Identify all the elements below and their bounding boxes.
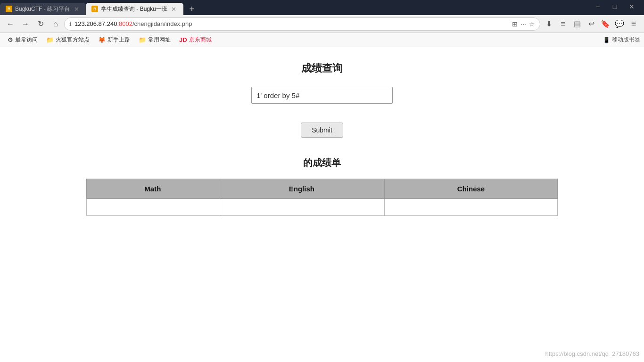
back-button[interactable]: ← bbox=[4, 17, 17, 31]
submit-button[interactable]: Submit bbox=[301, 123, 343, 138]
mobile-bookmark-icon: 📱 bbox=[603, 37, 610, 43]
menu-icon[interactable]: ≡ bbox=[627, 17, 640, 31]
tab2-favicon: B bbox=[91, 6, 98, 12]
browser-window: B BugkuCTF - 练习平台 ✕ B 学生成绩查询 - Bugku一班 ✕… bbox=[0, 0, 644, 362]
firefox-folder-icon: 📁 bbox=[46, 36, 54, 43]
result-title: 的成绩单 bbox=[303, 156, 341, 169]
tab2-label: 学生成绩查询 - Bugku一班 bbox=[101, 5, 167, 13]
refresh-button[interactable]: ↻ bbox=[34, 17, 47, 31]
grades-table: Math English Chinese bbox=[86, 179, 558, 216]
nav-actions: ⬇ ≡ ▤ ↩ 🔖 💬 ≡ bbox=[542, 17, 640, 31]
page-content: 成绩查询 Submit 的成绩单 Math English Chinese bbox=[0, 47, 644, 362]
tab-bugku-ctf[interactable]: B BugkuCTF - 练习平台 ✕ bbox=[0, 3, 86, 15]
bookmark-firefox[interactable]: 📁 火狐官方站点 bbox=[42, 34, 93, 45]
home-button[interactable]: ⌂ bbox=[49, 17, 62, 31]
back-alt-icon[interactable]: ↩ bbox=[585, 17, 598, 31]
url-port: :8002 bbox=[117, 20, 132, 27]
cell-english bbox=[219, 199, 384, 216]
tab2-close[interactable]: ✕ bbox=[170, 5, 178, 13]
close-button[interactable]: ✕ bbox=[623, 0, 640, 13]
bookmark-common-sites[interactable]: 📁 常用网址 bbox=[135, 34, 174, 45]
jd-label: 京东商城 bbox=[189, 36, 212, 44]
bookmark-most-visited[interactable]: ⚙ 最常访问 bbox=[4, 34, 41, 45]
title-bar: B BugkuCTF - 练习平台 ✕ B 学生成绩查询 - Bugku一班 ✕… bbox=[0, 0, 644, 15]
bookmark-alt-icon[interactable]: 🔖 bbox=[599, 17, 612, 31]
cell-chinese bbox=[385, 199, 558, 216]
address-text: 123.206.87.240:8002/chengjidan/index.php bbox=[74, 20, 509, 27]
star-icon[interactable]: ☆ bbox=[529, 20, 535, 28]
tab1-favicon: B bbox=[6, 6, 12, 12]
newbie-icon: 🦊 bbox=[98, 36, 106, 43]
mobile-bookmarks[interactable]: 📱 移动版书签 bbox=[603, 36, 640, 44]
tab-bar: B BugkuCTF - 练习平台 ✕ B 学生成绩查询 - Bugku一班 ✕… bbox=[0, 0, 589, 15]
cell-math bbox=[87, 199, 219, 216]
table-header-row: Math English Chinese bbox=[87, 179, 558, 199]
maximize-button[interactable]: □ bbox=[606, 0, 623, 13]
firefox-label: 火狐官方站点 bbox=[56, 36, 90, 44]
window-controls: − □ ✕ bbox=[589, 0, 644, 15]
nav-bar: ← → ↻ ⌂ ℹ 123.206.87.240:8002/chengjidan… bbox=[0, 15, 644, 33]
jd-icon: JD bbox=[179, 36, 187, 43]
common-sites-label: 常用网址 bbox=[148, 36, 171, 44]
new-tab-button[interactable]: + bbox=[185, 3, 198, 15]
table-row bbox=[87, 199, 558, 216]
mobile-bookmarks-label: 移动版书签 bbox=[612, 36, 640, 44]
col-math: Math bbox=[87, 179, 219, 199]
minimize-button[interactable]: − bbox=[589, 0, 606, 13]
tab1-close[interactable]: ✕ bbox=[73, 5, 80, 13]
page-title: 成绩查询 bbox=[301, 61, 343, 75]
tab-grades[interactable]: B 学生成绩查询 - Bugku一班 ✕ bbox=[86, 3, 183, 15]
most-visited-label: 最常访问 bbox=[15, 36, 38, 44]
comment-icon[interactable]: 💬 bbox=[613, 17, 626, 31]
grid-icon[interactable]: ⊞ bbox=[512, 20, 518, 28]
reading-mode-icon[interactable]: ▤ bbox=[570, 17, 584, 31]
bookmark-newbie[interactable]: 🦊 新手上路 bbox=[94, 34, 134, 45]
url-path: /chengjidan/index.php bbox=[132, 20, 192, 27]
bookmark-jd[interactable]: JD 京东商城 bbox=[175, 34, 215, 45]
common-sites-icon: 📁 bbox=[139, 36, 146, 43]
download-icon[interactable]: ⬇ bbox=[542, 17, 555, 31]
url-host: 123.206.87.240 bbox=[74, 20, 117, 27]
lock-icon: ℹ bbox=[69, 21, 72, 27]
col-chinese: Chinese bbox=[385, 179, 558, 199]
bookmarks-bar: ⚙ 最常访问 📁 火狐官方站点 🦊 新手上路 📁 常用网址 JD 京东商城 📱 … bbox=[0, 33, 644, 47]
library-icon[interactable]: ≡ bbox=[556, 17, 570, 31]
tab1-label: BugkuCTF - 练习平台 bbox=[15, 5, 70, 13]
forward-button[interactable]: → bbox=[19, 17, 32, 31]
newbie-label: 新手上路 bbox=[107, 36, 130, 44]
address-bar[interactable]: ℹ 123.206.87.240:8002/chengjidan/index.p… bbox=[64, 17, 540, 31]
query-input[interactable] bbox=[251, 87, 393, 104]
most-visited-icon: ⚙ bbox=[8, 36, 13, 43]
col-english: English bbox=[219, 179, 384, 199]
more-icon[interactable]: ··· bbox=[520, 20, 526, 28]
